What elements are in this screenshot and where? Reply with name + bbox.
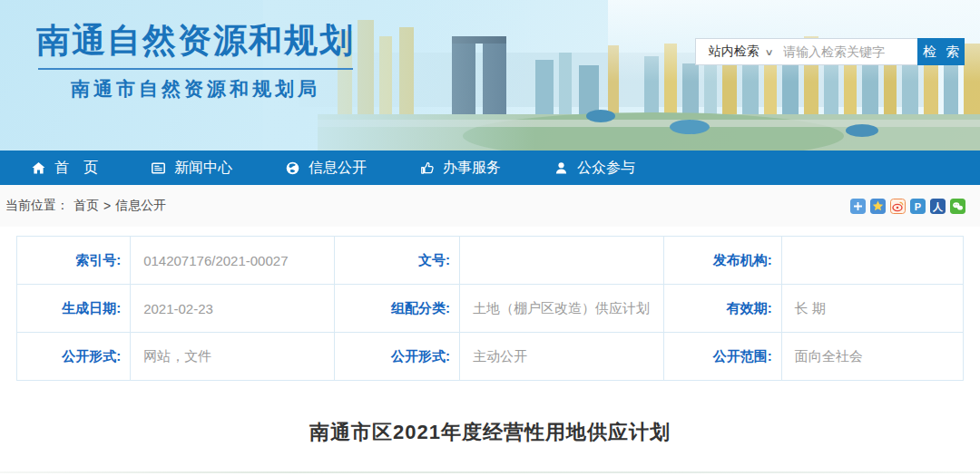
- meta-value: [781, 237, 963, 285]
- search-scope-label: 站内检索: [709, 44, 760, 60]
- search-scope-dropdown[interactable]: 站内检索 ∨: [696, 44, 781, 60]
- nav-item-label: 新闻中心: [174, 159, 232, 178]
- meta-table: 索引号:014207176/2021-00027文号:发布机构:生成日期:202…: [16, 236, 964, 381]
- share-icons: P人: [850, 199, 965, 214]
- meta-value: 面向全社会: [781, 333, 963, 381]
- sina-weibo-icon[interactable]: [890, 199, 906, 214]
- nav-item-4[interactable]: 公众参与: [554, 159, 635, 178]
- meta-table-body: 索引号:014207176/2021-00027文号:发布机构:生成日期:202…: [17, 237, 964, 381]
- svg-text:P: P: [915, 200, 921, 211]
- nav-item-2[interactable]: 信息公开: [285, 159, 367, 178]
- breadcrumb-label: 当前位置：: [5, 198, 69, 214]
- meta-label: 生成日期:: [17, 285, 131, 333]
- search-box: 站内检索 ∨: [695, 38, 917, 65]
- meta-value: 2021-02-23: [131, 285, 335, 333]
- site-title: 南通自然资源和规划: [36, 18, 355, 63]
- tencent-weibo-icon[interactable]: P: [910, 199, 926, 214]
- city-banner-image: [263, 0, 980, 151]
- site-banner: 南通自然资源和规划 南通市自然资源和规划局 站内检索 ∨ 检 索: [0, 0, 980, 151]
- breadcrumb-bar: 当前位置： 首页 > 信息公开 P人: [0, 185, 980, 227]
- meta-value: 网站，文件: [131, 333, 335, 381]
- nav-item-label: 首 页: [54, 159, 98, 178]
- bottom-divider: [0, 471, 980, 473]
- meta-label: 公开范围:: [664, 333, 781, 381]
- meta-value: 土地（棚户区改造）供应计划: [460, 285, 664, 333]
- meta-value: 主动公开: [460, 333, 664, 381]
- meta-label: 组配分类:: [335, 285, 460, 333]
- site-logo: 南通自然资源和规划 南通市自然资源和规划局: [36, 18, 355, 102]
- meta-label: 发布机构:: [664, 237, 781, 285]
- nav-item-0[interactable]: 首 页: [31, 159, 98, 178]
- logo-divider: [38, 68, 353, 70]
- main-nav: 首 页新闻中心信息公开办事服务公众参与: [0, 151, 980, 185]
- renren-icon[interactable]: 人: [930, 199, 946, 214]
- news-icon: [151, 160, 166, 176]
- nav-item-label: 办事服务: [443, 159, 501, 178]
- thumb-up-icon: [419, 160, 435, 176]
- breadcrumb: 当前位置： 首页 > 信息公开: [5, 198, 166, 214]
- main-content: 索引号:014207176/2021-00027文号:发布机构:生成日期:202…: [0, 227, 980, 446]
- meta-label: 文号:: [335, 237, 460, 285]
- meta-label: 公开形式:: [335, 333, 460, 381]
- meta-label: 公开形式:: [17, 333, 131, 381]
- search-bar: 站内检索 ∨ 检 索: [695, 38, 965, 65]
- breadcrumb-separator: >: [103, 199, 111, 213]
- home-icon: [31, 160, 46, 176]
- meta-label: 有效期:: [664, 285, 781, 333]
- nav-item-label: 信息公开: [309, 159, 367, 178]
- breadcrumb-home-link[interactable]: 首页: [74, 198, 99, 214]
- wechat-icon[interactable]: [950, 199, 965, 214]
- breadcrumb-current-link[interactable]: 信息公开: [115, 198, 166, 214]
- user-icon: [554, 160, 569, 176]
- meta-table-row: 公开形式:网站，文件公开形式:主动公开公开范围:面向全社会: [17, 333, 964, 381]
- nav-item-label: 公众参与: [577, 159, 635, 178]
- share-plus-icon[interactable]: [850, 199, 866, 214]
- qzone-icon[interactable]: [870, 199, 886, 214]
- meta-table-row: 索引号:014207176/2021-00027文号:发布机构:: [17, 237, 964, 285]
- nav-item-1[interactable]: 新闻中心: [151, 159, 232, 178]
- chevron-down-icon: ∨: [764, 47, 773, 57]
- article-title: 南通市区2021年度经营性用地供应计划: [0, 419, 980, 446]
- globe-icon: [285, 160, 300, 176]
- nav-item-3[interactable]: 办事服务: [419, 159, 501, 178]
- meta-table-row: 生成日期:2021-02-23组配分类:土地（棚户区改造）供应计划有效期:长 期: [17, 285, 964, 333]
- site-subtitle: 南通市自然资源和规划局: [36, 76, 355, 102]
- meta-value: [460, 237, 664, 285]
- search-button[interactable]: 检 索: [917, 38, 965, 65]
- svg-text:人: 人: [932, 201, 944, 213]
- meta-value: 长 期: [781, 285, 963, 333]
- meta-value: 014207176/2021-00027: [131, 237, 335, 285]
- meta-label: 索引号:: [17, 237, 131, 285]
- search-input[interactable]: [781, 44, 917, 60]
